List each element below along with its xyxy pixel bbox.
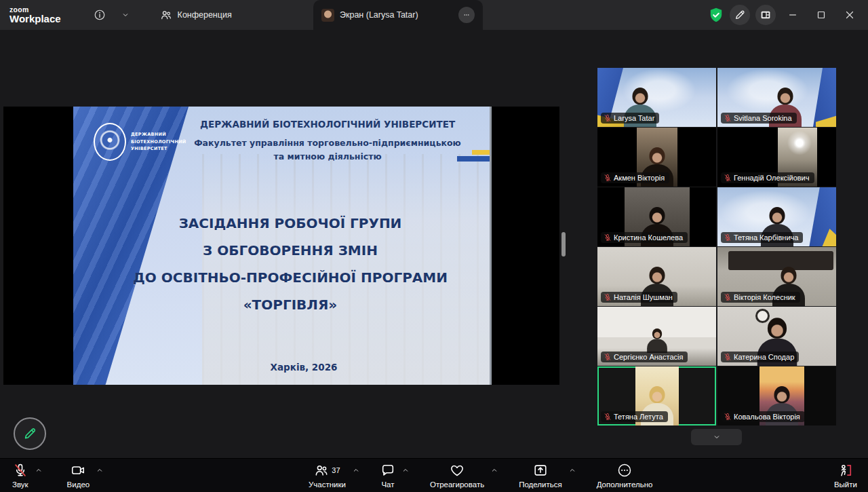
ukraine-flag-decoration	[457, 150, 490, 162]
muted-mic-icon	[604, 114, 612, 122]
audio-button[interactable]: Звук	[12, 463, 28, 489]
participant-name-label: Тетяна Летута	[601, 411, 668, 422]
logo-line2: Workplace	[9, 14, 61, 24]
annotate-toolbar-icon[interactable]	[730, 5, 750, 25]
react-button[interactable]: Отреагировать	[430, 463, 484, 489]
participant-tile[interactable]: Вікторія Колесник	[717, 247, 836, 306]
participant-tile[interactable]: Larysa Tatar	[597, 68, 716, 127]
toolbar-right-group: Выйти	[834, 463, 857, 489]
chat-button[interactable]: Чат	[380, 463, 395, 489]
info-icon[interactable]	[90, 5, 110, 25]
participants-gallery: Larysa Tatar Svitlana Sorokina Акмен Вік…	[597, 68, 836, 425]
muted-mic-icon	[13, 463, 28, 478]
slide-title-line2: З ОБГОВОРЕННЯ ЗМІН	[115, 237, 465, 264]
slide-university-name: ДЕРЖАВНИЙ БІОТЕХНОЛОГІЧНИЙ УНІВЕРСИТЕТ	[175, 119, 480, 130]
participant-tile[interactable]: Тетяна Карбівнича	[717, 187, 836, 246]
annotation-pencil-button[interactable]	[14, 417, 46, 450]
muted-mic-icon	[604, 174, 612, 182]
slide-title-line4: «ТОРГІВЛЯ»	[115, 291, 465, 318]
ellipsis-icon	[617, 463, 632, 478]
zoom-workplace-window: zoom Workplace Конференция Экран (Larysa…	[0, 0, 868, 492]
participant-tile[interactable]: Кристина Кошелева	[597, 187, 716, 246]
tab-screen-label: Экран (Larysa Tatar)	[340, 10, 453, 20]
participant-name-label: Ковальова Вікторія	[721, 411, 805, 422]
share-screen-icon	[533, 463, 548, 478]
participant-tile[interactable]: Svitlana Sorokina	[717, 68, 836, 127]
zoom-workplace-logo: zoom Workplace	[9, 6, 61, 24]
slide-faculty-line2: та митною діяльністю	[175, 150, 480, 164]
participant-name-label: Вікторія Колесник	[721, 292, 800, 303]
meeting-toolbar: Звук Видео 37 Участники	[0, 458, 868, 492]
people-icon	[160, 9, 172, 21]
participants-icon	[314, 463, 329, 478]
view-layout-icon[interactable]	[755, 5, 776, 25]
muted-mic-icon	[724, 413, 732, 421]
gallery-scroll-down-button[interactable]	[691, 429, 742, 445]
slide-title-line1: ЗАСІДАННЯ РОБОЧОЇ ГРУПИ	[115, 210, 465, 237]
slide-title: ЗАСІДАННЯ РОБОЧОЇ ГРУПИ З ОБГОВОРЕННЯ ЗМ…	[115, 210, 465, 318]
chat-options-chevron[interactable]	[401, 466, 410, 474]
chevron-down-icon	[713, 433, 721, 441]
muted-mic-icon	[724, 233, 732, 242]
participant-tile-active-speaker[interactable]: Тетяна Летута	[597, 366, 716, 425]
camera-icon	[71, 463, 85, 478]
participant-tile[interactable]: Ковальова Вікторія	[717, 366, 836, 425]
titlebar: zoom Workplace Конференция Экран (Larysa…	[0, 0, 868, 30]
participant-name-label: Кристина Кошелева	[601, 232, 688, 243]
participant-tile[interactable]: Акмен Вікторія	[597, 128, 716, 187]
react-options-chevron[interactable]	[490, 466, 498, 474]
leave-door-icon	[838, 463, 853, 478]
participant-tile[interactable]: Геннадій Олексійович	[717, 128, 836, 187]
share-options-chevron[interactable]	[568, 466, 576, 474]
muted-mic-icon	[604, 413, 612, 421]
leave-button[interactable]: Выйти	[834, 463, 857, 489]
participants-button[interactable]: 37 Участники	[309, 463, 346, 489]
toolbar-left-group: Звук Видео	[12, 463, 104, 489]
close-button[interactable]	[838, 5, 861, 25]
muted-mic-icon	[724, 114, 732, 122]
participant-tile[interactable]: Сергієнко Анастасія	[597, 307, 716, 366]
share-scrollbar-thumb[interactable]	[561, 232, 566, 257]
participant-name-label: Larysa Tatar	[601, 113, 659, 124]
share-button[interactable]: Поделиться	[519, 463, 562, 489]
security-shield-icon[interactable]	[708, 7, 724, 23]
presentation-slide: ДЕРЖАВНИЙ БІОТЕХНОЛОГІЧНИЙ УНІВЕРСИТЕТ Д…	[73, 107, 492, 385]
shared-screen: ДЕРЖАВНИЙ БІОТЕХНОЛОГІЧНИЙ УНІВЕРСИТЕТ Д…	[3, 107, 559, 385]
minimize-button[interactable]	[781, 5, 804, 25]
participant-name-label: Геннадій Олексійович	[721, 172, 814, 183]
participant-name-label: Тетяна Карбівнича	[721, 232, 803, 243]
participant-tile[interactable]: Катерина Сподар	[717, 307, 836, 366]
more-button[interactable]: Дополнительно	[597, 463, 653, 489]
video-options-chevron[interactable]	[96, 466, 104, 474]
participant-name-label: Наталія Шушман	[601, 292, 677, 303]
university-logo: ДЕРЖАВНИЙ БІОТЕХНОЛОГІЧНИЙ УНІВЕРСИТЕТ	[94, 123, 186, 161]
participants-count-badge: 37	[332, 466, 340, 474]
chevron-down-icon[interactable]	[115, 5, 136, 25]
participant-video	[647, 328, 667, 353]
muted-mic-icon	[724, 293, 732, 301]
tab-conference-label: Конференция	[178, 10, 232, 20]
slide-faculty: Факультет управління торговельно-підприє…	[175, 136, 480, 164]
muted-mic-icon	[604, 353, 612, 361]
titlebar-right-controls	[708, 0, 861, 30]
toolbar-center-group: 37 Участники Чат Отреагировать	[309, 463, 652, 489]
participants-options-chevron[interactable]	[352, 466, 360, 474]
video-button[interactable]: Видео	[67, 463, 90, 489]
logo-line1: zoom	[9, 6, 61, 14]
university-emblem-icon	[94, 123, 126, 161]
heart-icon	[450, 463, 465, 478]
participant-name-label: Svitlana Sorokina	[721, 113, 797, 124]
tab-screen-share[interactable]: Экран (Larysa Tatar)	[313, 0, 483, 30]
maximize-button[interactable]	[810, 5, 833, 25]
muted-mic-icon	[724, 174, 732, 182]
tab-conference[interactable]: Конференция	[152, 0, 240, 30]
participant-tile[interactable]: Наталія Шушман	[597, 247, 716, 306]
slide-title-line3: ДО ОСВІТНЬО-ПРОФЕСІЙНОЇ ПРОГРАМИ	[115, 264, 465, 291]
tab-options-icon[interactable]	[458, 7, 475, 23]
audio-options-chevron[interactable]	[35, 466, 43, 474]
participant-name-label: Сергієнко Анастасія	[601, 352, 688, 362]
muted-mic-icon	[604, 293, 612, 301]
avatar	[321, 9, 334, 22]
participant-name-label: Катерина Сподар	[721, 352, 799, 362]
chat-icon	[380, 463, 395, 478]
